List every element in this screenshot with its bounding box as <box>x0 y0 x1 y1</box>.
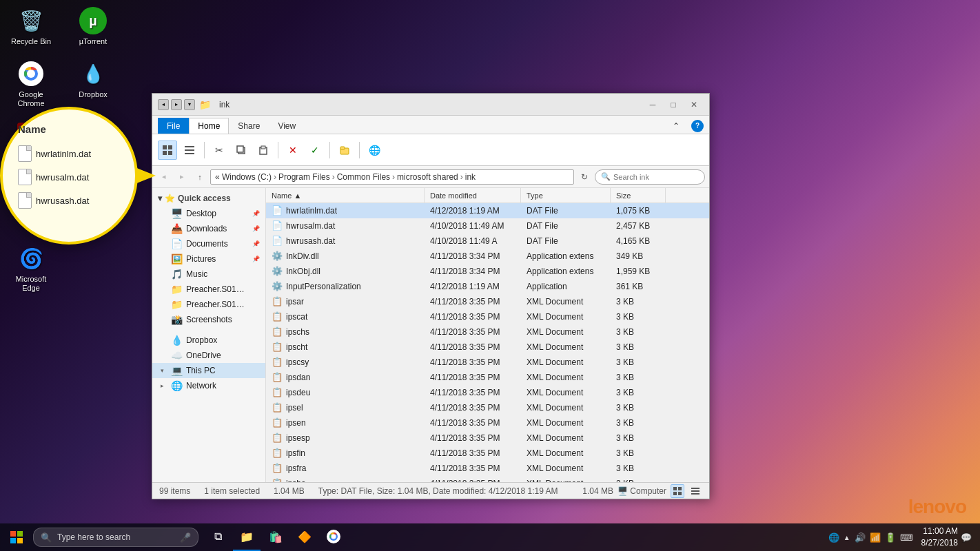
desktop-icon-recycle-bin[interactable]: 🗑️ Recycle Bin <box>7 7 55 46</box>
network-icon[interactable]: 🌐 <box>828 532 839 543</box>
cell-type: XML Document <box>521 309 611 324</box>
start-button[interactable] <box>3 523 30 551</box>
keyboard-icon[interactable]: ⌨ <box>900 532 913 543</box>
copy-button[interactable] <box>232 141 251 160</box>
table-row[interactable]: 📋 ipsen 4/11/2018 3:35 PM XML Document 3… <box>266 415 709 430</box>
delete-button[interactable]: ✕ <box>283 141 303 160</box>
col-header-date[interactable]: Date modified <box>425 188 521 202</box>
view-large-btn[interactable] <box>671 484 684 498</box>
cell-type: XML Document <box>521 400 611 415</box>
cell-date: 4/11/2018 3:35 PM <box>425 294 521 309</box>
paste-button[interactable] <box>254 141 273 160</box>
xml-icon: 📋 <box>272 448 283 458</box>
taskbar-chrome[interactable] <box>320 523 347 551</box>
view-large-icons-button[interactable] <box>158 141 177 160</box>
titlebar-btn-3[interactable]: ▾ <box>184 99 195 110</box>
table-row[interactable]: 📄 hwrlatinlm.dat 4/12/2018 1:19 AM DAT F… <box>266 203 709 218</box>
table-row[interactable]: 📄 hwrusalm.dat 4/10/2018 11:49 AM DAT Fi… <box>266 218 709 233</box>
taskbar-task-view[interactable]: ⧉ <box>204 523 232 551</box>
sidebar-item-screenshots[interactable]: 📸 Screenshots <box>152 312 265 327</box>
col-header-name[interactable]: Name ▲ <box>266 188 425 202</box>
file-list-scroll[interactable]: 📄 hwrlatinlm.dat 4/12/2018 1:19 AM DAT F… <box>266 203 709 482</box>
wifi-icon[interactable]: 📶 <box>870 532 881 543</box>
titlebar-btn-2[interactable]: ▸ <box>171 99 182 110</box>
table-row[interactable]: 📋 ipshe 4/11/2018 3:35 PM XML Document 3… <box>266 476 709 482</box>
titlebar-left: ◂ ▸ ▾ 📁 ink <box>158 99 643 110</box>
taskbar-store[interactable]: 🛍️ <box>262 523 289 551</box>
table-row[interactable]: 📋 ipsdan 4/11/2018 3:35 PM XML Document … <box>266 370 709 385</box>
table-row[interactable]: ⚙️ InkObj.dll 4/11/2018 3:34 PM Applicat… <box>266 264 709 279</box>
tab-share[interactable]: Share <box>229 118 269 134</box>
tab-file[interactable]: File <box>158 118 189 134</box>
taskbar-vlc[interactable]: 🔶 <box>291 523 318 551</box>
quick-access-header[interactable]: ▾ ⭐ Quick access <box>152 191 265 206</box>
sidebar-item-onedrive[interactable]: ☁️ OneDrive <box>152 348 265 363</box>
table-row[interactable]: 📋 ipscht 4/11/2018 3:35 PM XML Document … <box>266 340 709 355</box>
sidebar-item-documents[interactable]: 📄 Documents 📌 <box>152 236 265 251</box>
sidebar-item-preacher1[interactable]: 📁 Preacher.S01E02.HC <box>152 282 265 297</box>
table-row[interactable]: 📋 ipscat 4/11/2018 3:35 PM XML Document … <box>266 309 709 324</box>
file-icon: ⚙️ <box>272 281 283 291</box>
item-count: 99 items <box>159 486 190 496</box>
desktop-icon-dropbox[interactable]: 💧 Dropbox <box>69 60 117 108</box>
notification-icon[interactable]: 💬 <box>961 532 972 543</box>
search-input[interactable] <box>613 173 699 181</box>
tab-view[interactable]: View <box>269 118 305 134</box>
table-row[interactable]: 📋 ipschs 4/11/2018 3:35 PM XML Document … <box>266 324 709 340</box>
desktop-icon-edge[interactable]: 🌀 Microsoft Edge <box>7 245 55 293</box>
svg-rect-25 <box>691 488 700 489</box>
maximize-button[interactable]: □ <box>664 95 683 114</box>
col-header-size[interactable]: Size <box>611 188 666 202</box>
ribbon-tabs: File Home Share View ⌃ ? <box>152 116 709 134</box>
up-button[interactable]: ↑ <box>192 169 207 185</box>
back-button[interactable]: ◂ <box>156 169 172 185</box>
sidebar-item-desktop[interactable]: 🖥️ Desktop 📌 <box>152 206 265 221</box>
desktop-icon-utorrent[interactable]: µ µTorrent <box>69 7 117 46</box>
forward-button[interactable]: ▸ <box>174 169 190 185</box>
minimize-button[interactable]: ─ <box>643 95 662 114</box>
table-row[interactable]: 📋 ipsdeu 4/11/2018 3:35 PM XML Document … <box>266 385 709 400</box>
sidebar-item-pictures[interactable]: 🖼️ Pictures 📌 <box>152 251 265 267</box>
svg-rect-12 <box>185 146 194 147</box>
cut-button[interactable]: ✂ <box>210 141 229 160</box>
table-row[interactable]: 📄 hwrusash.dat 4/10/2018 11:49 A DAT Fil… <box>266 233 709 249</box>
col-header-type[interactable]: Type <box>521 188 611 202</box>
table-row[interactable]: 📋 ipsar 4/11/2018 3:35 PM XML Document 3… <box>266 294 709 309</box>
battery-icon[interactable]: 🔋 <box>885 532 896 543</box>
taskbar-file-explorer[interactable]: 📁 <box>233 523 261 551</box>
view-detail-btn[interactable] <box>688 484 702 498</box>
table-row[interactable]: 📋 ipsfin 4/11/2018 3:35 PM XML Document … <box>266 446 709 461</box>
sidebar: ▾ ⭐ Quick access 🖥️ Desktop 📌 📥 Download… <box>152 188 266 482</box>
svg-rect-31 <box>17 538 23 543</box>
sidebar-item-downloads[interactable]: 📥 Downloads 📌 <box>152 221 265 236</box>
taskbar-search-box[interactable]: 🔍 Type here to search 🎤 <box>33 528 198 547</box>
sidebar-item-preacher2[interactable]: 📁 Preacher.S01E03.HC <box>152 297 265 312</box>
taskbar-clock[interactable]: 11:00 AM 8/27/2018 <box>921 526 958 549</box>
tab-chevron-up[interactable]: ⌃ <box>664 118 688 134</box>
table-row[interactable]: 📋 ipsesp 4/11/2018 3:35 PM XML Document … <box>266 430 709 446</box>
chevron-up-icon[interactable]: ▲ <box>844 534 850 541</box>
table-row[interactable]: 📋 ipsel 4/11/2018 3:35 PM XML Document 3… <box>266 400 709 415</box>
table-row[interactable]: ⚙️ InkDiv.dll 4/11/2018 3:34 PM Applicat… <box>266 249 709 264</box>
help-button[interactable]: ? <box>691 120 704 132</box>
address-path[interactable]: « Windows (C:) › Program Files › Common … <box>210 169 574 185</box>
tab-home[interactable]: Home <box>189 118 229 134</box>
view-details-button[interactable] <box>180 141 199 160</box>
refresh-button[interactable]: ↻ <box>577 169 592 185</box>
sidebar-item-music[interactable]: 🎵 Music <box>152 267 265 282</box>
properties-button[interactable]: 🌐 <box>365 141 384 160</box>
table-row[interactable]: 📋 ipscsy 4/11/2018 3:35 PM XML Document … <box>266 355 709 370</box>
table-row[interactable]: 📋 ipsfra 4/11/2018 3:35 PM XML Document … <box>266 461 709 476</box>
new-folder-button[interactable] <box>335 141 354 160</box>
sidebar-item-this-pc[interactable]: ▾ 💻 This PC <box>152 363 265 378</box>
desktop-icon-chrome[interactable]: Google Chrome <box>7 60 55 108</box>
rename-button[interactable]: ✓ <box>305 141 325 160</box>
close-button[interactable]: ✕ <box>684 95 704 114</box>
sidebar-item-network[interactable]: ▸ 🌐 Network <box>152 378 265 393</box>
cell-name: 📋 ipscht <box>266 340 425 354</box>
titlebar-btn-1[interactable]: ◂ <box>158 99 169 110</box>
search-box[interactable]: 🔍 <box>595 169 705 185</box>
sidebar-item-dropbox[interactable]: 💧 Dropbox <box>152 333 265 348</box>
volume-icon[interactable]: 🔊 <box>855 532 866 543</box>
table-row[interactable]: ⚙️ InputPersonalization 4/12/2018 1:19 A… <box>266 279 709 294</box>
